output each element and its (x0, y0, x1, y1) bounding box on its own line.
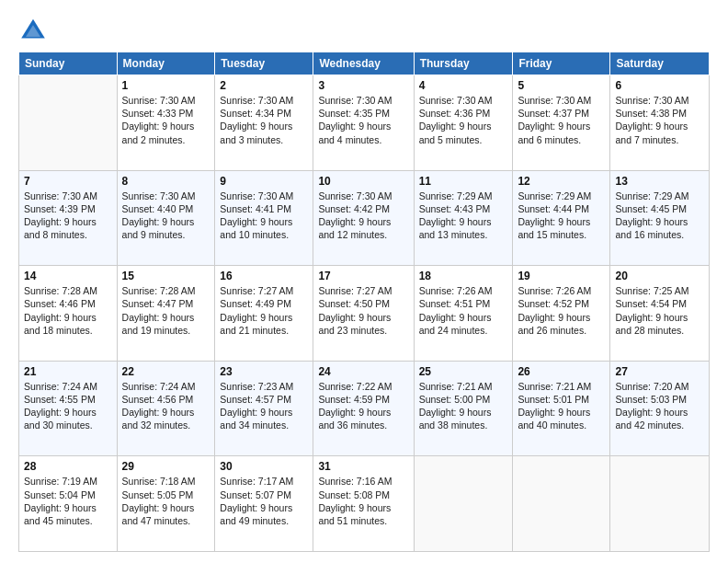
cell-info: Sunrise: 7:24 AM Sunset: 4:56 PM Dayligh… (122, 380, 210, 432)
day-number: 17 (318, 270, 408, 282)
dow-header-tuesday: Tuesday (215, 52, 313, 75)
calendar-cell: 16Sunrise: 7:27 AM Sunset: 4:49 PM Dayli… (215, 266, 313, 362)
day-number: 15 (122, 270, 210, 282)
cell-info: Sunrise: 7:18 AM Sunset: 5:05 PM Dayligh… (122, 475, 210, 527)
cell-info: Sunrise: 7:26 AM Sunset: 4:52 PM Dayligh… (518, 284, 605, 337)
week-row-4: 28Sunrise: 7:19 AM Sunset: 5:04 PM Dayli… (19, 456, 710, 552)
week-row-1: 7Sunrise: 7:30 AM Sunset: 4:39 PM Daylig… (19, 170, 710, 266)
day-number: 2 (220, 79, 308, 92)
cell-info: Sunrise: 7:29 AM Sunset: 4:44 PM Dayligh… (518, 190, 605, 242)
calendar-cell: 4Sunrise: 7:30 AM Sunset: 4:36 PM Daylig… (414, 75, 513, 171)
dow-header-monday: Monday (117, 52, 215, 75)
logo-icon (18, 15, 48, 44)
week-row-0: 1Sunrise: 7:30 AM Sunset: 4:33 PM Daylig… (19, 75, 710, 171)
week-row-3: 21Sunrise: 7:24 AM Sunset: 4:55 PM Dayli… (19, 361, 710, 456)
calendar-cell: 11Sunrise: 7:29 AM Sunset: 4:43 PM Dayli… (414, 170, 513, 266)
day-number: 26 (518, 365, 605, 378)
day-number: 3 (318, 79, 408, 92)
cell-info: Sunrise: 7:30 AM Sunset: 4:38 PM Dayligh… (615, 94, 704, 146)
calendar-cell: 2Sunrise: 7:30 AM Sunset: 4:34 PM Daylig… (215, 75, 313, 171)
day-number: 30 (220, 460, 308, 473)
calendar-cell: 21Sunrise: 7:24 AM Sunset: 4:55 PM Dayli… (19, 361, 118, 456)
day-number: 18 (419, 270, 508, 282)
day-number: 28 (24, 460, 112, 473)
calendar-cell: 7Sunrise: 7:30 AM Sunset: 4:39 PM Daylig… (19, 170, 118, 266)
day-number: 31 (318, 460, 408, 473)
day-number: 16 (220, 270, 308, 282)
calendar-cell: 6Sunrise: 7:30 AM Sunset: 4:38 PM Daylig… (610, 75, 710, 171)
page: SundayMondayTuesdayWednesdayThursdayFrid… (0, 0, 728, 563)
day-number: 7 (24, 175, 112, 188)
cell-info: Sunrise: 7:23 AM Sunset: 4:57 PM Dayligh… (220, 380, 308, 432)
calendar-cell: 23Sunrise: 7:23 AM Sunset: 4:57 PM Dayli… (215, 361, 313, 456)
logo (18, 15, 51, 44)
calendar-cell: 19Sunrise: 7:26 AM Sunset: 4:52 PM Dayli… (513, 266, 610, 362)
cell-info: Sunrise: 7:30 AM Sunset: 4:34 PM Dayligh… (220, 94, 308, 146)
calendar-cell: 22Sunrise: 7:24 AM Sunset: 4:56 PM Dayli… (117, 361, 215, 456)
day-number: 14 (24, 270, 112, 282)
cell-info: Sunrise: 7:30 AM Sunset: 4:35 PM Dayligh… (318, 94, 408, 146)
dow-header-thursday: Thursday (414, 52, 513, 75)
cell-info: Sunrise: 7:30 AM Sunset: 4:39 PM Dayligh… (24, 190, 112, 242)
cell-info: Sunrise: 7:25 AM Sunset: 4:54 PM Dayligh… (615, 284, 704, 337)
header (18, 15, 710, 44)
dow-header-sunday: Sunday (19, 52, 118, 75)
dow-header-friday: Friday (513, 52, 610, 75)
calendar-cell: 18Sunrise: 7:26 AM Sunset: 4:51 PM Dayli… (414, 266, 513, 362)
calendar-cell: 31Sunrise: 7:16 AM Sunset: 5:08 PM Dayli… (313, 456, 414, 552)
day-number: 21 (24, 365, 112, 378)
cell-info: Sunrise: 7:30 AM Sunset: 4:36 PM Dayligh… (419, 94, 508, 146)
calendar-cell (414, 456, 513, 552)
calendar-cell: 24Sunrise: 7:22 AM Sunset: 4:59 PM Dayli… (313, 361, 414, 456)
day-number: 11 (419, 175, 508, 188)
cell-info: Sunrise: 7:28 AM Sunset: 4:46 PM Dayligh… (24, 284, 112, 337)
day-number: 13 (615, 175, 704, 188)
cell-info: Sunrise: 7:27 AM Sunset: 4:50 PM Dayligh… (318, 284, 408, 337)
calendar-cell: 27Sunrise: 7:20 AM Sunset: 5:03 PM Dayli… (610, 361, 710, 456)
cell-info: Sunrise: 7:30 AM Sunset: 4:33 PM Dayligh… (122, 94, 210, 146)
day-number: 24 (318, 365, 408, 378)
cell-info: Sunrise: 7:21 AM Sunset: 5:00 PM Dayligh… (419, 380, 508, 432)
cell-info: Sunrise: 7:16 AM Sunset: 5:08 PM Dayligh… (318, 475, 408, 527)
day-number: 6 (615, 79, 704, 92)
day-number: 4 (419, 79, 508, 92)
cell-info: Sunrise: 7:30 AM Sunset: 4:37 PM Dayligh… (518, 94, 605, 146)
calendar-cell: 17Sunrise: 7:27 AM Sunset: 4:50 PM Dayli… (313, 266, 414, 362)
calendar-cell: 30Sunrise: 7:17 AM Sunset: 5:07 PM Dayli… (215, 456, 313, 552)
calendar-cell: 3Sunrise: 7:30 AM Sunset: 4:35 PM Daylig… (313, 75, 414, 171)
dow-header-saturday: Saturday (610, 52, 710, 75)
calendar-cell: 26Sunrise: 7:21 AM Sunset: 5:01 PM Dayli… (513, 361, 610, 456)
calendar-table: SundayMondayTuesdayWednesdayThursdayFrid… (18, 52, 710, 552)
day-number: 29 (122, 460, 210, 473)
cell-info: Sunrise: 7:17 AM Sunset: 5:07 PM Dayligh… (220, 475, 308, 527)
calendar-cell (19, 75, 118, 171)
calendar-cell: 14Sunrise: 7:28 AM Sunset: 4:46 PM Dayli… (19, 266, 118, 362)
cell-info: Sunrise: 7:21 AM Sunset: 5:01 PM Dayligh… (518, 380, 605, 432)
cell-info: Sunrise: 7:27 AM Sunset: 4:49 PM Dayligh… (220, 284, 308, 337)
calendar-cell: 1Sunrise: 7:30 AM Sunset: 4:33 PM Daylig… (117, 75, 215, 171)
days-of-week-row: SundayMondayTuesdayWednesdayThursdayFrid… (19, 52, 710, 75)
cell-info: Sunrise: 7:26 AM Sunset: 4:51 PM Dayligh… (419, 284, 508, 337)
calendar-cell: 20Sunrise: 7:25 AM Sunset: 4:54 PM Dayli… (610, 266, 710, 362)
calendar-cell: 13Sunrise: 7:29 AM Sunset: 4:45 PM Dayli… (610, 170, 710, 266)
day-number: 10 (318, 175, 408, 188)
cell-info: Sunrise: 7:28 AM Sunset: 4:47 PM Dayligh… (122, 284, 210, 337)
day-number: 8 (122, 175, 210, 188)
cell-info: Sunrise: 7:30 AM Sunset: 4:42 PM Dayligh… (318, 190, 408, 242)
cell-info: Sunrise: 7:30 AM Sunset: 4:40 PM Dayligh… (122, 190, 210, 242)
day-number: 23 (220, 365, 308, 378)
day-number: 9 (220, 175, 308, 188)
cell-info: Sunrise: 7:29 AM Sunset: 4:45 PM Dayligh… (615, 190, 704, 242)
cell-info: Sunrise: 7:20 AM Sunset: 5:03 PM Dayligh… (615, 380, 704, 432)
calendar-cell: 15Sunrise: 7:28 AM Sunset: 4:47 PM Dayli… (117, 266, 215, 362)
calendar-cell (610, 456, 710, 552)
day-number: 1 (122, 79, 210, 92)
calendar-cell: 5Sunrise: 7:30 AM Sunset: 4:37 PM Daylig… (513, 75, 610, 171)
cell-info: Sunrise: 7:29 AM Sunset: 4:43 PM Dayligh… (419, 190, 508, 242)
week-row-2: 14Sunrise: 7:28 AM Sunset: 4:46 PM Dayli… (19, 266, 710, 362)
calendar-cell: 12Sunrise: 7:29 AM Sunset: 4:44 PM Dayli… (513, 170, 610, 266)
dow-header-wednesday: Wednesday (313, 52, 414, 75)
calendar-cell: 29Sunrise: 7:18 AM Sunset: 5:05 PM Dayli… (117, 456, 215, 552)
calendar-cell: 8Sunrise: 7:30 AM Sunset: 4:40 PM Daylig… (117, 170, 215, 266)
calendar-cell: 25Sunrise: 7:21 AM Sunset: 5:00 PM Dayli… (414, 361, 513, 456)
